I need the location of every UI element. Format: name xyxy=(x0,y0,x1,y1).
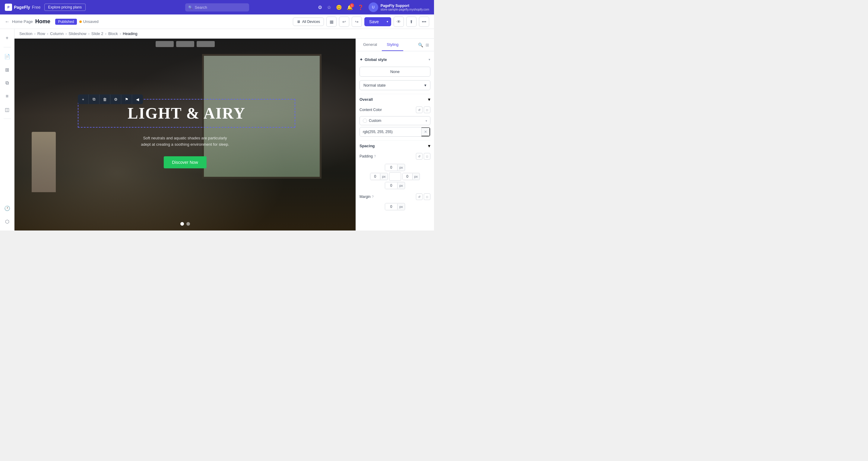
redo-button[interactable]: ↪ xyxy=(352,17,362,27)
content-color-label: Content Color xyxy=(360,108,382,112)
star-icon[interactable]: ☆ xyxy=(327,4,331,10)
all-devices-button[interactable]: 🖥 All Devices xyxy=(293,18,324,26)
sidebar-item-add[interactable]: + xyxy=(2,33,13,43)
save-button[interactable]: Save xyxy=(364,17,384,26)
page-tab-1[interactable] xyxy=(156,41,174,47)
spacing-chevron-icon: ▾ xyxy=(428,143,430,149)
toolbar-copy-button[interactable]: ⧉ xyxy=(89,94,99,104)
slide-indicators xyxy=(180,222,190,226)
search-panel-icon[interactable]: 🔍 xyxy=(418,42,423,48)
smiley-icon[interactable]: 😊 xyxy=(336,4,342,10)
save-dropdown-arrow[interactable]: ▾ xyxy=(384,18,391,25)
toolbar-add-button[interactable]: + xyxy=(78,94,89,104)
preview-button[interactable]: 👁 xyxy=(394,17,404,27)
slide-indicator-1[interactable] xyxy=(180,222,184,226)
overall-chevron-icon: ▾ xyxy=(428,96,430,102)
search-icon: 🔍 xyxy=(188,5,193,10)
breadcrumb-column[interactable]: Column xyxy=(50,31,64,36)
margin-help-icon[interactable]: ? xyxy=(372,195,374,198)
breadcrumb-row[interactable]: Row xyxy=(37,31,45,36)
reset-color-button[interactable]: ↺ xyxy=(416,106,423,113)
padding-right-unit: px xyxy=(412,174,420,180)
help-icon[interactable]: ❓ xyxy=(358,4,364,10)
padding-top-field[interactable] xyxy=(385,164,397,171)
page-tab-2[interactable] xyxy=(176,41,194,47)
padding-actions: ↺ □ xyxy=(416,153,430,160)
page-header-bar: ← Home Page Home Published Unsaved 🖥 All… xyxy=(0,14,434,29)
responsive-color-button[interactable]: □ xyxy=(424,106,430,113)
published-badge: Published xyxy=(55,19,77,25)
header-right-actions: 🖥 All Devices ▦ ↩ ↪ Save ▾ 👁 ⬆ ••• xyxy=(293,17,429,27)
global-style-icon: ✦ xyxy=(360,57,363,62)
main-layout: + 📄 ⊞ ⧉ ≡ ◫ 🕐 ⬡ Section › Row › Column ›… xyxy=(0,29,434,230)
settings-icon[interactable]: ⚙ xyxy=(318,4,322,10)
sidebar-item-templates[interactable]: ⧉ xyxy=(2,78,13,88)
padding-row: Padding ? ↺ □ xyxy=(360,151,430,161)
spacing-section-header[interactable]: Spacing ▾ xyxy=(360,140,430,151)
breadcrumb-arrow-5: › xyxy=(105,31,106,36)
breadcrumb-and-canvas: Section › Row › Column › Slideshow › Sli… xyxy=(14,29,434,230)
heading-text: LIGHT & AIRY xyxy=(128,104,246,122)
responsive-margin-button[interactable]: □ xyxy=(424,193,430,200)
layout-view-button[interactable]: ▦ xyxy=(326,17,337,27)
user-store: store-sample-pagefly.myshopify.com xyxy=(381,8,429,11)
responsive-padding-button[interactable]: □ xyxy=(424,153,430,160)
sidebar-item-help[interactable]: ⬡ xyxy=(2,216,13,227)
canvas-pagination xyxy=(156,41,215,47)
padding-center-box xyxy=(389,172,401,181)
search-input[interactable] xyxy=(185,3,249,11)
sidebar-item-apps[interactable]: ◫ xyxy=(2,104,13,115)
reset-padding-button[interactable]: ↺ xyxy=(416,153,423,160)
sidebar-item-pages[interactable]: 📄 xyxy=(2,51,13,62)
breadcrumb-section[interactable]: Section xyxy=(19,31,32,36)
toolbar-link-button[interactable]: ⚑ xyxy=(121,94,132,104)
padding-right-field[interactable] xyxy=(403,173,412,180)
discover-button[interactable]: Discover Now xyxy=(163,156,206,168)
global-style-none-button[interactable]: None xyxy=(360,67,430,76)
breadcrumb-slideshow[interactable]: Slideshow xyxy=(68,31,86,36)
padding-left-field[interactable] xyxy=(370,173,380,180)
left-sidebar: + 📄 ⊞ ⧉ ≡ ◫ 🕐 ⬡ xyxy=(0,29,14,230)
overall-section-header[interactable]: Overall ▾ xyxy=(360,94,430,105)
color-dropdown[interactable]: Custom ▾ xyxy=(360,116,430,125)
explore-pricing-button[interactable]: Explore pricing plans xyxy=(44,4,86,11)
color-input-field[interactable] xyxy=(360,128,421,136)
state-label: Normal state xyxy=(364,83,386,88)
breadcrumb-block[interactable]: Block xyxy=(108,31,118,36)
user-info: U PageFly Support store-sample-pagefly.m… xyxy=(369,2,429,12)
canvas-area[interactable]: + ⧉ 🗑 ⚙ ⚑ ◀ LIGHT & AIRY Soft neutrals a… xyxy=(14,39,355,230)
padding-right-input: px xyxy=(402,173,420,180)
color-clear-button[interactable]: ✕ xyxy=(421,127,430,136)
margin-field[interactable] xyxy=(385,203,397,210)
share-button[interactable]: ⬆ xyxy=(406,17,416,27)
search-container: 🔍 xyxy=(185,3,249,11)
padding-help-icon[interactable]: ? xyxy=(374,154,376,158)
global-style-section-header: ✦ Global style ▾ xyxy=(360,55,430,64)
padding-bottom-field[interactable] xyxy=(385,182,397,189)
global-style-chevron[interactable]: ▾ xyxy=(429,58,430,62)
state-dropdown[interactable]: Normal state ▾ xyxy=(360,80,430,90)
padding-top-input: px xyxy=(385,164,405,171)
sidebar-item-elements[interactable]: ⊞ xyxy=(2,64,13,75)
more-options-button[interactable]: ••• xyxy=(419,17,429,27)
page-tab-3[interactable] xyxy=(197,41,215,47)
unsaved-indicator: Unsaved xyxy=(79,19,98,24)
toolbar-settings-button[interactable]: ⚙ xyxy=(111,94,121,104)
back-button[interactable]: ← xyxy=(5,19,10,25)
tab-general[interactable]: General xyxy=(358,39,382,51)
sidebar-item-layers[interactable]: ≡ xyxy=(2,91,13,102)
sidebar-divider xyxy=(4,47,11,48)
reset-margin-button[interactable]: ↺ xyxy=(416,193,423,200)
slide-indicator-2[interactable] xyxy=(186,222,190,226)
slide-subtitle: Soft neutrals and aquatic shades are par… xyxy=(140,135,230,148)
toolbar-arrow-button[interactable]: ◀ xyxy=(132,94,143,104)
more-panel-icon[interactable]: ⊞ xyxy=(426,42,429,48)
toolbar-delete-button[interactable]: 🗑 xyxy=(99,94,111,104)
breadcrumb-slide2[interactable]: Slide 2 xyxy=(91,31,103,36)
overall-title: Overall xyxy=(360,97,373,102)
tab-styling[interactable]: Styling xyxy=(382,39,403,51)
undo-button[interactable]: ↩ xyxy=(339,17,349,27)
spacing-section: Spacing ▾ Padding ? ↺ □ xyxy=(360,140,430,210)
sidebar-item-history[interactable]: 🕐 xyxy=(2,203,13,214)
notification-icon[interactable]: 🔔 1 xyxy=(347,4,353,10)
